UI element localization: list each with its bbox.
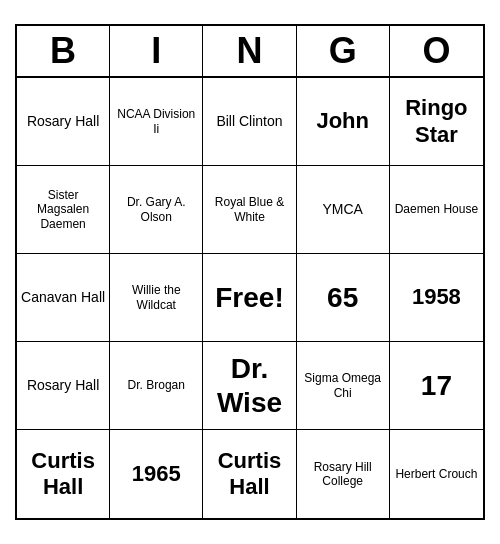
- cell-content: Dr. Gary A. Olson: [114, 195, 198, 224]
- bingo-grid: Rosary HallNCAA Division IiBill ClintonJ…: [17, 78, 483, 518]
- header-letter: O: [390, 26, 483, 76]
- cell-content: Royal Blue & White: [207, 195, 291, 224]
- cell-content: Canavan Hall: [21, 289, 105, 306]
- grid-cell: Bill Clinton: [203, 78, 296, 166]
- cell-content: Dr. Brogan: [128, 378, 185, 392]
- cell-content: Dr. Wise: [207, 352, 291, 419]
- header-letter: N: [203, 26, 296, 76]
- grid-cell: Dr. Gary A. Olson: [110, 166, 203, 254]
- header-letter: G: [297, 26, 390, 76]
- cell-content: 17: [421, 369, 452, 403]
- grid-cell: 65: [297, 254, 390, 342]
- grid-cell: Herbert Crouch: [390, 430, 483, 518]
- header-letter: B: [17, 26, 110, 76]
- cell-content: 1958: [412, 284, 461, 310]
- grid-cell: Canavan Hall: [17, 254, 110, 342]
- grid-cell: Daemen House: [390, 166, 483, 254]
- cell-content: Rosary Hall: [27, 113, 99, 130]
- grid-cell: 1965: [110, 430, 203, 518]
- grid-cell: Dr. Brogan: [110, 342, 203, 430]
- cell-content: Free!: [215, 281, 283, 315]
- cell-content: John: [316, 108, 369, 134]
- grid-cell: John: [297, 78, 390, 166]
- grid-cell: Rosary Hall: [17, 78, 110, 166]
- grid-cell: Ringo Star: [390, 78, 483, 166]
- grid-cell: Sigma Omega Chi: [297, 342, 390, 430]
- grid-cell: NCAA Division Ii: [110, 78, 203, 166]
- grid-cell: Royal Blue & White: [203, 166, 296, 254]
- bingo-header: BINGO: [17, 26, 483, 78]
- grid-cell: Dr. Wise: [203, 342, 296, 430]
- grid-cell: Willie the Wildcat: [110, 254, 203, 342]
- grid-cell: Rosary Hall: [17, 342, 110, 430]
- grid-cell: Rosary Hill College: [297, 430, 390, 518]
- header-letter: I: [110, 26, 203, 76]
- cell-content: Willie the Wildcat: [114, 283, 198, 312]
- cell-content: Sigma Omega Chi: [301, 371, 385, 400]
- cell-content: Sister Magsalen Daemen: [21, 188, 105, 231]
- grid-cell: 17: [390, 342, 483, 430]
- grid-cell: Free!: [203, 254, 296, 342]
- cell-content: 1965: [132, 461, 181, 487]
- grid-cell: Curtis Hall: [17, 430, 110, 518]
- cell-content: Bill Clinton: [216, 113, 282, 130]
- cell-content: YMCA: [322, 201, 362, 218]
- grid-cell: Curtis Hall: [203, 430, 296, 518]
- cell-content: Rosary Hill College: [301, 460, 385, 489]
- cell-content: Curtis Hall: [207, 448, 291, 501]
- cell-content: 65: [327, 281, 358, 315]
- grid-cell: YMCA: [297, 166, 390, 254]
- cell-content: NCAA Division Ii: [114, 107, 198, 136]
- grid-cell: 1958: [390, 254, 483, 342]
- cell-content: Curtis Hall: [21, 448, 105, 501]
- cell-content: Daemen House: [395, 202, 478, 216]
- cell-content: Rosary Hall: [27, 377, 99, 394]
- cell-content: Ringo Star: [394, 95, 479, 148]
- cell-content: Herbert Crouch: [395, 467, 477, 481]
- grid-cell: Sister Magsalen Daemen: [17, 166, 110, 254]
- bingo-card: BINGO Rosary HallNCAA Division IiBill Cl…: [15, 24, 485, 520]
